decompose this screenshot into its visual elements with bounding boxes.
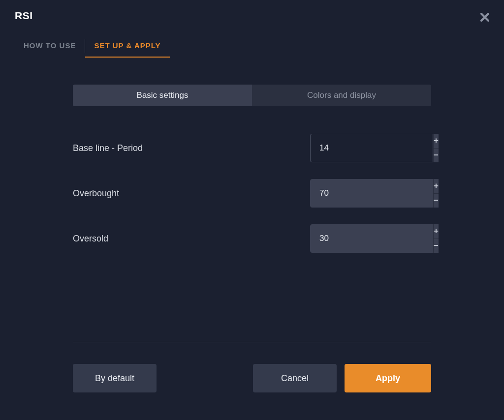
plus-icon: + [434,226,439,236]
cancel-button[interactable]: Cancel [253,364,337,392]
field-baseline-period: Base line - Period + − [73,134,431,162]
input-baseline-period[interactable] [310,134,433,162]
decrement-button[interactable]: − [433,193,439,208]
label-oversold: Oversold [73,234,108,244]
stepper-buttons-baseline: + − [433,134,439,162]
x-icon [480,13,489,22]
close-icon[interactable] [478,10,491,26]
tab-set-up-apply[interactable]: SET UP & APPLY [85,34,169,58]
label-overbought: Overbought [73,188,119,199]
modal-title: RSI [15,10,33,22]
decrement-button[interactable]: − [433,239,439,253]
stepper-buttons-oversold: + − [433,224,439,253]
by-default-button[interactable]: By default [73,364,157,392]
segment-basic-settings[interactable]: Basic settings [73,85,252,106]
decrement-button[interactable]: − [433,148,439,163]
stepper-baseline-period: + − [310,134,431,162]
apply-button[interactable]: Apply [345,364,431,392]
stepper-buttons-overbought: + − [433,179,439,208]
plus-icon: + [434,181,439,191]
input-oversold[interactable] [310,224,433,253]
modal-header: RSI [0,0,504,26]
minus-icon: − [434,150,439,160]
modal-footer: By default Cancel Apply [73,342,431,392]
plus-icon: + [434,136,439,146]
segment-colors-display[interactable]: Colors and display [252,85,431,106]
segmented-control: Basic settings Colors and display [73,85,431,106]
label-baseline-period: Base line - Period [73,143,143,153]
footer-divider [73,342,431,342]
minus-icon: − [434,196,439,206]
footer-actions: By default Cancel Apply [73,364,431,392]
stepper-oversold: + − [310,224,431,253]
input-overbought[interactable] [310,179,433,208]
increment-button[interactable]: + [433,179,439,193]
increment-button[interactable]: + [433,134,439,148]
increment-button[interactable]: + [433,224,439,239]
field-overbought: Overbought + − [73,179,431,208]
field-oversold: Oversold + − [73,224,431,253]
top-tabs: HOW TO USE SET UP & APPLY [0,34,504,58]
minus-icon: − [434,241,439,251]
rsi-settings-modal: RSI HOW TO USE SET UP & APPLY Basic sett… [0,0,504,420]
tab-how-to-use[interactable]: HOW TO USE [15,34,85,58]
stepper-overbought: + − [310,179,431,208]
footer-right-group: Cancel Apply [253,364,431,392]
